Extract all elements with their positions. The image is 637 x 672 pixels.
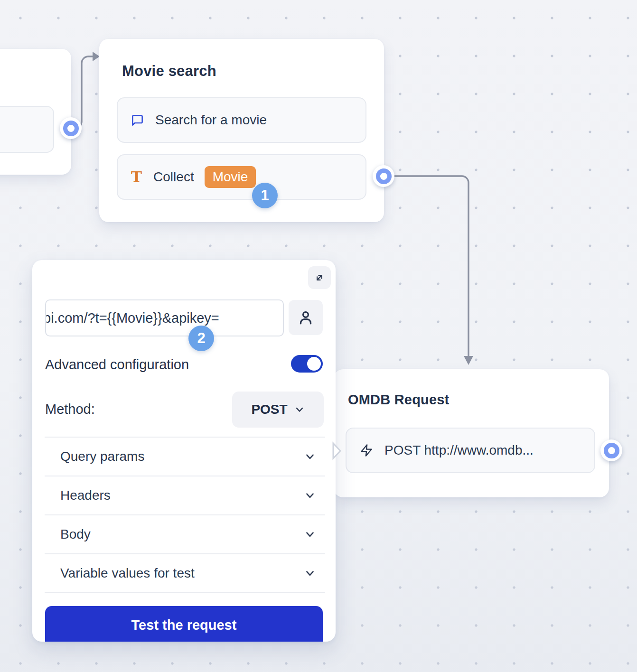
- url-input-value: pi.com/?t={{Movie}}&apikey=: [45, 310, 219, 326]
- advanced-configuration-label: Advanced configuration: [45, 357, 189, 373]
- section-headers[interactable]: Headers: [45, 476, 325, 514]
- node-item-label: POST http://www.omdb...: [384, 443, 534, 458]
- output-port-movie-search[interactable]: [373, 165, 394, 187]
- url-input[interactable]: pi.com/?t={{Movie}}&apikey=: [45, 299, 284, 336]
- person-button[interactable]: [289, 300, 323, 335]
- edge-movie-search-to-omdb: [392, 176, 468, 356]
- input-notch-icon: [331, 441, 344, 460]
- partial-node-item[interactable]: [0, 106, 54, 153]
- expand-icon: [313, 271, 326, 284]
- port-ring-icon: [604, 443, 619, 458]
- method-value: POST: [251, 402, 287, 417]
- expand-button[interactable]: [308, 266, 331, 289]
- node-item-collect[interactable]: T Collect Movie: [117, 154, 366, 200]
- node-item-question[interactable]: Search for a movie: [117, 97, 366, 143]
- lightning-icon: [360, 444, 373, 457]
- node-item-label: Search for a movie: [155, 112, 267, 128]
- node-movie-search[interactable]: Movie search Search for a movie T Collec…: [99, 39, 384, 222]
- person-icon: [297, 309, 314, 326]
- advanced-configuration-toggle[interactable]: [291, 355, 323, 373]
- step-badge-2: 2: [188, 326, 214, 351]
- chevron-down-icon: [304, 490, 316, 501]
- output-port[interactable]: [60, 117, 82, 139]
- chevron-down-icon: [294, 404, 305, 415]
- test-request-button[interactable]: Test the request: [45, 606, 323, 642]
- chevron-down-icon: [304, 568, 316, 579]
- node-title: OMDB Request: [348, 392, 449, 408]
- output-port-omdb[interactable]: [600, 439, 622, 461]
- port-ring-icon: [63, 121, 79, 136]
- section-query-params[interactable]: Query params: [45, 438, 325, 476]
- section-variable-values[interactable]: Variable values for test: [45, 554, 325, 592]
- method-label: Method:: [45, 401, 95, 417]
- variable-chip-movie[interactable]: Movie: [205, 166, 256, 188]
- method-select[interactable]: POST: [232, 392, 324, 428]
- arrowhead-down-icon: [464, 356, 473, 365]
- divider: [45, 592, 325, 593]
- section-label: Query params: [60, 449, 144, 464]
- webhook-config-panel[interactable]: pi.com/?t={{Movie}}&apikey= Advanced con…: [32, 260, 336, 642]
- node-title: Movie search: [122, 63, 216, 80]
- toggle-knob: [307, 357, 321, 371]
- flow-canvas[interactable]: Movie search Search for a movie T Collec…: [0, 0, 637, 672]
- partial-node-card[interactable]: [0, 49, 71, 175]
- node-item-webhook[interactable]: POST http://www.omdb...: [346, 428, 595, 473]
- section-body[interactable]: Body: [45, 515, 325, 553]
- port-ring-icon: [376, 168, 392, 184]
- arrowhead-right-icon: [93, 52, 100, 61]
- section-label: Body: [60, 527, 91, 542]
- node-item-label: Collect: [153, 169, 194, 185]
- chevron-down-icon: [304, 529, 316, 540]
- edge-left-to-movie-search: [71, 56, 93, 128]
- node-omdb-request[interactable]: OMDB Request POST http://www.omdb...: [334, 369, 609, 497]
- section-label: Headers: [60, 488, 111, 503]
- chevron-down-icon: [304, 451, 316, 462]
- step-badge-1: 1: [252, 183, 278, 208]
- text-variable-icon: T: [131, 170, 142, 185]
- chat-bubble-icon: [131, 114, 144, 127]
- section-label: Variable values for test: [60, 566, 195, 581]
